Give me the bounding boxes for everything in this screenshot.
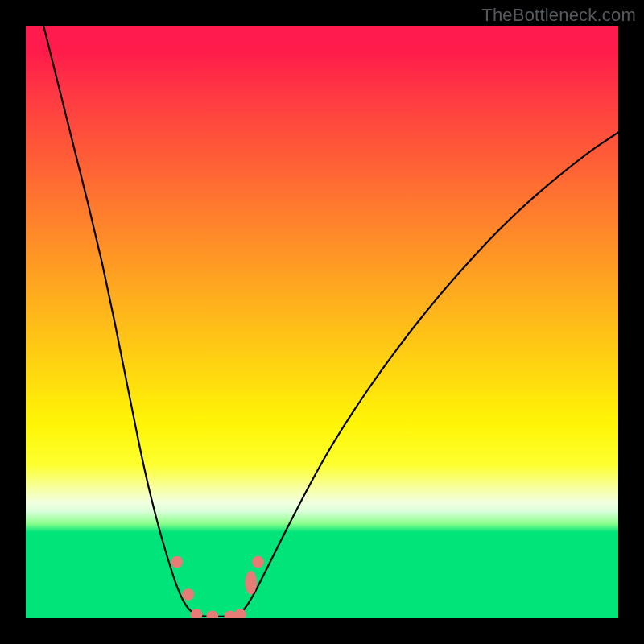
- watermark-text: TheBottleneck.com: [481, 5, 636, 26]
- data-marker: [191, 609, 203, 618]
- data-marker: [206, 610, 218, 618]
- chart-frame: TheBottleneck.com: [0, 0, 644, 644]
- data-marker: [245, 571, 257, 594]
- bottleneck-curve: [43, 26, 618, 617]
- data-marker: [171, 556, 183, 568]
- plot-area: [26, 26, 618, 618]
- data-marker: [252, 556, 264, 568]
- data-marker: [182, 588, 194, 601]
- curve-layer: [26, 26, 618, 618]
- marker-layer: [171, 556, 264, 618]
